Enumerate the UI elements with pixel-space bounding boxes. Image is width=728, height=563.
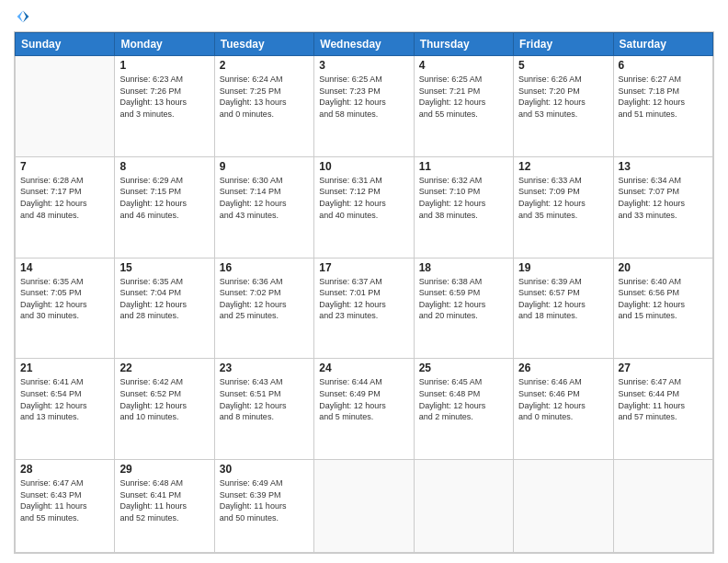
cell-info: Sunrise: 6:45 AMSunset: 6:48 PMDaylight:… — [419, 376, 508, 422]
cell-day-number: 22 — [119, 362, 209, 374]
cell-info: Sunrise: 6:43 AMSunset: 6:51 PMDaylight:… — [220, 376, 309, 422]
calendar: SundayMondayTuesdayWednesdayThursdayFrid… — [14, 31, 714, 554]
cell-info: Sunrise: 6:32 AMSunset: 7:10 PMDaylight:… — [419, 175, 508, 221]
cell-day-number: 26 — [518, 362, 608, 374]
cell-info: Sunrise: 6:44 AMSunset: 6:49 PMDaylight:… — [319, 376, 408, 422]
calendar-cell: 14Sunrise: 6:35 AMSunset: 7:05 PMDayligh… — [16, 258, 115, 359]
svg-marker-1 — [17, 11, 23, 23]
calendar-cell: 4Sunrise: 6:25 AMSunset: 7:21 PMDaylight… — [414, 56, 513, 157]
calendar-cell: 19Sunrise: 6:39 AMSunset: 6:57 PMDayligh… — [514, 258, 613, 359]
calendar-cell: 22Sunrise: 6:42 AMSunset: 6:52 PMDayligh… — [115, 359, 214, 460]
cell-info: Sunrise: 6:40 AMSunset: 6:56 PMDaylight:… — [619, 276, 708, 322]
cell-info: Sunrise: 6:47 AMSunset: 6:43 PMDaylight:… — [20, 477, 109, 523]
calendar-table: SundayMondayTuesdayWednesdayThursdayFrid… — [15, 32, 713, 553]
cell-info: Sunrise: 6:31 AMSunset: 7:12 PMDaylight:… — [319, 175, 408, 221]
header — [14, 9, 714, 24]
calendar-cell: 15Sunrise: 6:35 AMSunset: 7:04 PMDayligh… — [115, 258, 214, 359]
cell-info: Sunrise: 6:27 AMSunset: 7:18 PMDaylight:… — [619, 74, 708, 120]
cell-info: Sunrise: 6:28 AMSunset: 7:17 PMDaylight:… — [20, 175, 109, 221]
cell-day-number: 6 — [619, 59, 708, 72]
cell-day-number: 11 — [419, 160, 508, 173]
cell-day-number: 13 — [619, 160, 708, 173]
cell-info: Sunrise: 6:48 AMSunset: 6:41 PMDaylight:… — [119, 477, 209, 523]
cell-info: Sunrise: 6:34 AMSunset: 7:07 PMDaylight:… — [619, 175, 708, 221]
cell-day-number: 4 — [419, 59, 508, 72]
cell-day-number: 23 — [220, 362, 309, 374]
cell-info: Sunrise: 6:39 AMSunset: 6:57 PMDaylight:… — [518, 276, 608, 322]
calendar-cell: 11Sunrise: 6:32 AMSunset: 7:10 PMDayligh… — [414, 156, 513, 258]
cell-info: Sunrise: 6:35 AMSunset: 7:05 PMDaylight:… — [20, 276, 109, 322]
cell-info: Sunrise: 6:29 AMSunset: 7:15 PMDaylight:… — [119, 175, 209, 221]
calendar-cell: 29Sunrise: 6:48 AMSunset: 6:41 PMDayligh… — [115, 460, 214, 553]
calendar-cell — [314, 460, 414, 553]
cell-info: Sunrise: 6:36 AMSunset: 7:02 PMDaylight:… — [220, 276, 309, 322]
cell-day-number: 24 — [319, 362, 408, 374]
calendar-cell: 28Sunrise: 6:47 AMSunset: 6:43 PMDayligh… — [16, 460, 115, 553]
calendar-cell: 13Sunrise: 6:34 AMSunset: 7:07 PMDayligh… — [613, 156, 712, 258]
cell-day-number: 1 — [119, 59, 209, 72]
calendar-cell: 16Sunrise: 6:36 AMSunset: 7:02 PMDayligh… — [214, 258, 313, 359]
calendar-cell: 27Sunrise: 6:47 AMSunset: 6:44 PMDayligh… — [613, 359, 712, 460]
calendar-cell: 30Sunrise: 6:49 AMSunset: 6:39 PMDayligh… — [214, 460, 313, 553]
cell-day-number: 15 — [119, 261, 209, 274]
cell-day-number: 16 — [220, 261, 309, 274]
cell-day-number: 29 — [119, 463, 209, 476]
calendar-cell: 5Sunrise: 6:26 AMSunset: 7:20 PMDaylight… — [514, 56, 613, 157]
cell-day-number: 30 — [220, 463, 309, 476]
day-header-monday: Monday — [115, 33, 214, 56]
calendar-cell: 21Sunrise: 6:41 AMSunset: 6:54 PMDayligh… — [16, 359, 115, 460]
calendar-cell: 12Sunrise: 6:33 AMSunset: 7:09 PMDayligh… — [514, 156, 613, 258]
cell-day-number: 12 — [518, 160, 608, 173]
cell-day-number: 8 — [119, 160, 209, 173]
cell-day-number: 5 — [518, 59, 608, 72]
cell-info: Sunrise: 6:24 AMSunset: 7:25 PMDaylight:… — [220, 74, 309, 120]
cell-day-number: 28 — [20, 463, 109, 476]
day-header-thursday: Thursday — [414, 33, 513, 56]
calendar-cell: 17Sunrise: 6:37 AMSunset: 7:01 PMDayligh… — [314, 258, 414, 359]
calendar-cell: 7Sunrise: 6:28 AMSunset: 7:17 PMDaylight… — [16, 156, 115, 258]
calendar-cell: 23Sunrise: 6:43 AMSunset: 6:51 PMDayligh… — [214, 359, 313, 460]
cell-day-number: 7 — [20, 160, 109, 173]
calendar-cell: 1Sunrise: 6:23 AMSunset: 7:26 PMDaylight… — [115, 56, 214, 157]
calendar-cell — [414, 460, 513, 553]
day-header-sunday: Sunday — [16, 33, 115, 56]
cell-info: Sunrise: 6:23 AMSunset: 7:26 PMDaylight:… — [119, 74, 209, 120]
calendar-cell — [16, 56, 115, 157]
logo-icon — [16, 9, 30, 24]
svg-marker-0 — [23, 11, 28, 23]
calendar-cell: 20Sunrise: 6:40 AMSunset: 6:56 PMDayligh… — [613, 258, 712, 359]
cell-info: Sunrise: 6:26 AMSunset: 7:20 PMDaylight:… — [518, 74, 608, 120]
cell-info: Sunrise: 6:46 AMSunset: 6:46 PMDaylight:… — [518, 376, 608, 422]
day-header-saturday: Saturday — [613, 33, 712, 56]
cell-info: Sunrise: 6:37 AMSunset: 7:01 PMDaylight:… — [319, 276, 408, 322]
cell-day-number: 27 — [619, 362, 708, 374]
logo — [14, 9, 30, 24]
cell-day-number: 19 — [518, 261, 608, 274]
cell-info: Sunrise: 6:41 AMSunset: 6:54 PMDaylight:… — [20, 376, 109, 422]
calendar-cell: 9Sunrise: 6:30 AMSunset: 7:14 PMDaylight… — [214, 156, 313, 258]
cell-day-number: 21 — [20, 362, 109, 374]
cell-info: Sunrise: 6:30 AMSunset: 7:14 PMDaylight:… — [220, 175, 309, 221]
page: SundayMondayTuesdayWednesdayThursdayFrid… — [0, 0, 728, 563]
cell-info: Sunrise: 6:33 AMSunset: 7:09 PMDaylight:… — [518, 175, 608, 221]
cell-info: Sunrise: 6:38 AMSunset: 6:59 PMDaylight:… — [419, 276, 508, 322]
day-header-friday: Friday — [514, 33, 613, 56]
cell-day-number: 25 — [419, 362, 508, 374]
cell-day-number: 2 — [220, 59, 309, 72]
cell-info: Sunrise: 6:35 AMSunset: 7:04 PMDaylight:… — [119, 276, 209, 322]
day-header-tuesday: Tuesday — [214, 33, 313, 56]
cell-day-number: 3 — [319, 59, 408, 72]
cell-info: Sunrise: 6:25 AMSunset: 7:21 PMDaylight:… — [419, 74, 508, 120]
cell-day-number: 20 — [619, 261, 708, 274]
cell-day-number: 17 — [319, 261, 408, 274]
calendar-cell: 26Sunrise: 6:46 AMSunset: 6:46 PMDayligh… — [514, 359, 613, 460]
cell-day-number: 10 — [319, 160, 408, 173]
cell-day-number: 18 — [419, 261, 508, 274]
cell-info: Sunrise: 6:47 AMSunset: 6:44 PMDaylight:… — [619, 376, 708, 422]
calendar-cell: 2Sunrise: 6:24 AMSunset: 7:25 PMDaylight… — [214, 56, 313, 157]
cell-day-number: 14 — [20, 261, 109, 274]
day-header-wednesday: Wednesday — [314, 33, 414, 56]
cell-info: Sunrise: 6:42 AMSunset: 6:52 PMDaylight:… — [119, 376, 209, 422]
calendar-cell — [613, 460, 712, 553]
cell-info: Sunrise: 6:25 AMSunset: 7:23 PMDaylight:… — [319, 74, 408, 120]
